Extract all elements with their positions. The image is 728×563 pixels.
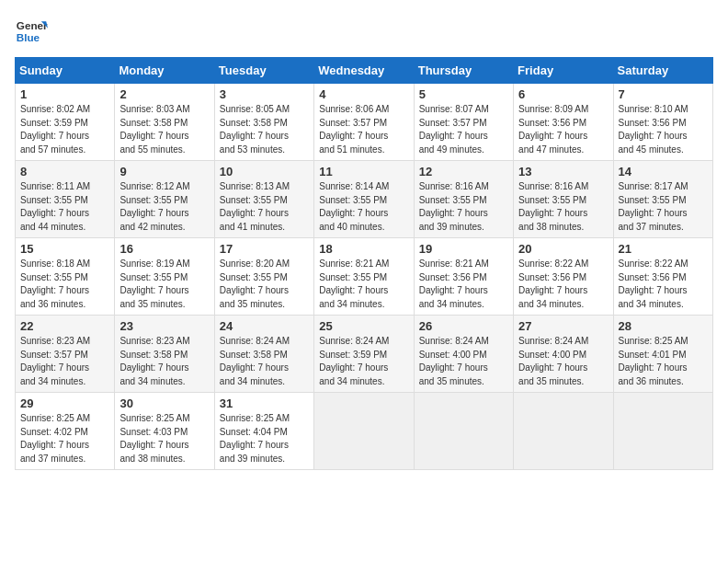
cell-details: Sunrise: 8:22 AMSunset: 3:56 PMDaylight:… (518, 259, 588, 309)
calendar-cell: 28 Sunrise: 8:25 AMSunset: 4:01 PMDaylig… (613, 316, 712, 393)
day-header-tuesday: Tuesday (214, 58, 313, 84)
cell-details: Sunrise: 8:11 AMSunset: 3:55 PMDaylight:… (20, 181, 90, 232)
calendar-cell (613, 393, 712, 470)
calendar-week-1: 1 Sunrise: 8:02 AMSunset: 3:59 PMDayligh… (16, 84, 713, 161)
day-number: 25 (319, 319, 408, 333)
calendar-cell: 29 Sunrise: 8:25 AMSunset: 4:02 PMDaylig… (16, 393, 115, 470)
cell-details: Sunrise: 8:03 AMSunset: 3:58 PMDaylight:… (119, 104, 189, 155)
calendar-cell (414, 393, 513, 470)
day-number: 20 (518, 242, 608, 256)
calendar-cell: 31 Sunrise: 8:25 AMSunset: 4:04 PMDaylig… (214, 393, 313, 470)
calendar-cell: 24 Sunrise: 8:24 AMSunset: 3:58 PMDaylig… (214, 316, 313, 393)
calendar-cell: 25 Sunrise: 8:24 AMSunset: 3:59 PMDaylig… (314, 316, 414, 393)
calendar-cell: 12 Sunrise: 8:16 AMSunset: 3:55 PMDaylig… (414, 161, 513, 238)
calendar-cell: 23 Sunrise: 8:23 AMSunset: 3:58 PMDaylig… (115, 316, 214, 393)
day-number: 16 (119, 242, 209, 256)
calendar-cell: 26 Sunrise: 8:24 AMSunset: 4:00 PMDaylig… (414, 316, 513, 393)
calendar-week-2: 8 Sunrise: 8:11 AMSunset: 3:55 PMDayligh… (16, 161, 713, 238)
day-number: 31 (220, 396, 309, 410)
cell-details: Sunrise: 8:10 AMSunset: 3:56 PMDaylight:… (619, 104, 688, 155)
day-number: 18 (319, 242, 408, 256)
calendar-cell: 19 Sunrise: 8:21 AMSunset: 3:56 PMDaylig… (414, 238, 513, 316)
day-number: 7 (619, 87, 708, 101)
day-number: 8 (20, 165, 109, 178)
calendar-cell: 14 Sunrise: 8:17 AMSunset: 3:55 PMDaylig… (613, 161, 712, 238)
cell-details: Sunrise: 8:16 AMSunset: 3:55 PMDaylight:… (419, 181, 489, 232)
cell-details: Sunrise: 8:07 AMSunset: 3:57 PMDaylight:… (419, 104, 489, 155)
calendar-cell: 5 Sunrise: 8:07 AMSunset: 3:57 PMDayligh… (414, 84, 513, 161)
day-header-friday: Friday (514, 58, 613, 84)
cell-details: Sunrise: 8:20 AMSunset: 3:55 PMDaylight:… (220, 259, 290, 309)
day-number: 14 (619, 165, 708, 178)
calendar-cell: 18 Sunrise: 8:21 AMSunset: 3:55 PMDaylig… (314, 238, 414, 316)
cell-details: Sunrise: 8:19 AMSunset: 3:55 PMDaylight:… (119, 259, 189, 309)
cell-details: Sunrise: 8:21 AMSunset: 3:56 PMDaylight:… (419, 259, 489, 309)
calendar-week-5: 29 Sunrise: 8:25 AMSunset: 4:02 PMDaylig… (16, 393, 713, 470)
calendar-cell (514, 393, 613, 470)
day-number: 10 (220, 165, 309, 178)
cell-details: Sunrise: 8:13 AMSunset: 3:55 PMDaylight:… (220, 181, 290, 232)
day-number: 13 (518, 165, 608, 178)
cell-details: Sunrise: 8:18 AMSunset: 3:55 PMDaylight:… (20, 259, 90, 309)
calendar-week-4: 22 Sunrise: 8:23 AMSunset: 3:57 PMDaylig… (16, 316, 713, 393)
svg-text:General: General (17, 19, 48, 31)
day-number: 26 (419, 319, 508, 333)
cell-details: Sunrise: 8:25 AMSunset: 4:01 PMDaylight:… (619, 336, 688, 386)
calendar-cell: 20 Sunrise: 8:22 AMSunset: 3:56 PMDaylig… (514, 238, 613, 316)
day-number: 21 (619, 242, 708, 256)
calendar-week-3: 15 Sunrise: 8:18 AMSunset: 3:55 PMDaylig… (16, 238, 713, 316)
day-number: 11 (319, 165, 408, 178)
calendar-cell: 2 Sunrise: 8:03 AMSunset: 3:58 PMDayligh… (115, 84, 214, 161)
day-header-monday: Monday (115, 58, 214, 84)
calendar-cell: 8 Sunrise: 8:11 AMSunset: 3:55 PMDayligh… (16, 161, 115, 238)
cell-details: Sunrise: 8:24 AMSunset: 3:58 PMDaylight:… (220, 336, 290, 386)
day-number: 2 (119, 87, 209, 101)
cell-details: Sunrise: 8:23 AMSunset: 3:58 PMDaylight:… (119, 336, 189, 386)
logo-icon: General Blue (15, 15, 48, 48)
calendar-cell: 22 Sunrise: 8:23 AMSunset: 3:57 PMDaylig… (16, 316, 115, 393)
calendar-cell: 7 Sunrise: 8:10 AMSunset: 3:56 PMDayligh… (613, 84, 712, 161)
cell-details: Sunrise: 8:16 AMSunset: 3:55 PMDaylight:… (518, 181, 588, 232)
calendar-cell: 17 Sunrise: 8:20 AMSunset: 3:55 PMDaylig… (214, 238, 313, 316)
calendar-cell: 1 Sunrise: 8:02 AMSunset: 3:59 PMDayligh… (16, 84, 115, 161)
cell-details: Sunrise: 8:24 AMSunset: 3:59 PMDaylight:… (319, 336, 389, 386)
cell-details: Sunrise: 8:23 AMSunset: 3:57 PMDaylight:… (20, 336, 90, 386)
logo: General Blue (15, 15, 48, 48)
day-number: 5 (419, 87, 508, 101)
cell-details: Sunrise: 8:25 AMSunset: 4:04 PMDaylight:… (220, 413, 290, 464)
calendar-cell: 13 Sunrise: 8:16 AMSunset: 3:55 PMDaylig… (514, 161, 613, 238)
calendar-table: SundayMondayTuesdayWednesdayThursdayFrid… (15, 57, 713, 470)
day-number: 30 (119, 396, 209, 410)
day-number: 4 (319, 87, 408, 101)
day-header-wednesday: Wednesday (314, 58, 414, 84)
cell-details: Sunrise: 8:02 AMSunset: 3:59 PMDaylight:… (20, 104, 90, 155)
cell-details: Sunrise: 8:14 AMSunset: 3:55 PMDaylight:… (319, 181, 389, 232)
cell-details: Sunrise: 8:06 AMSunset: 3:57 PMDaylight:… (319, 104, 389, 155)
calendar-cell: 21 Sunrise: 8:22 AMSunset: 3:56 PMDaylig… (613, 238, 712, 316)
calendar-cell: 16 Sunrise: 8:19 AMSunset: 3:55 PMDaylig… (115, 238, 214, 316)
day-header-thursday: Thursday (414, 58, 513, 84)
day-number: 24 (220, 319, 309, 333)
cell-details: Sunrise: 8:24 AMSunset: 4:00 PMDaylight:… (518, 336, 588, 386)
calendar-cell: 4 Sunrise: 8:06 AMSunset: 3:57 PMDayligh… (314, 84, 414, 161)
day-headers-row: SundayMondayTuesdayWednesdayThursdayFrid… (16, 58, 713, 84)
day-number: 23 (119, 319, 209, 333)
day-number: 6 (518, 87, 608, 101)
cell-details: Sunrise: 8:25 AMSunset: 4:02 PMDaylight:… (20, 413, 90, 464)
cell-details: Sunrise: 8:09 AMSunset: 3:56 PMDaylight:… (518, 104, 588, 155)
page-header: General Blue (15, 15, 713, 48)
day-number: 9 (119, 165, 209, 178)
cell-details: Sunrise: 8:05 AMSunset: 3:58 PMDaylight:… (220, 104, 290, 155)
cell-details: Sunrise: 8:22 AMSunset: 3:56 PMDaylight:… (619, 259, 688, 309)
calendar-cell (314, 393, 414, 470)
day-number: 19 (419, 242, 508, 256)
day-header-sunday: Sunday (16, 58, 115, 84)
calendar-cell: 30 Sunrise: 8:25 AMSunset: 4:03 PMDaylig… (115, 393, 214, 470)
calendar-cell: 3 Sunrise: 8:05 AMSunset: 3:58 PMDayligh… (214, 84, 313, 161)
day-number: 27 (518, 319, 608, 333)
cell-details: Sunrise: 8:12 AMSunset: 3:55 PMDaylight:… (119, 181, 189, 232)
day-number: 3 (220, 87, 309, 101)
calendar-cell: 11 Sunrise: 8:14 AMSunset: 3:55 PMDaylig… (314, 161, 414, 238)
day-number: 22 (20, 319, 109, 333)
calendar-body: 1 Sunrise: 8:02 AMSunset: 3:59 PMDayligh… (16, 84, 713, 470)
